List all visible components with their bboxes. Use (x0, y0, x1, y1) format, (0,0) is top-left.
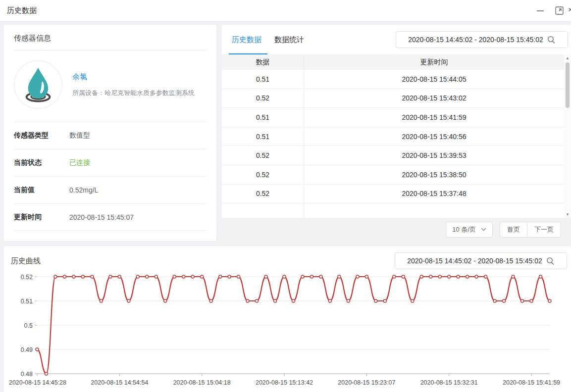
sensor-fields: 传感器类型 数值型 当前状态 已连接 当前值 0.52mg/L 更新时间 202… (14, 122, 207, 231)
cell-update-time: 2020-08-15 15:44:05 (304, 70, 564, 89)
page-size-select[interactable]: 10 条/页 (446, 222, 493, 238)
cell-update-time: 2020-08-15 15:41:59 (304, 108, 564, 127)
history-table: 数据 更新时间 0.512020-08-15 15:44:050.522020-… (222, 54, 564, 218)
cell-data: 0.51 (222, 113, 304, 121)
cell-update-time: 2020-08-15 15:39:53 (304, 146, 564, 165)
date-range-picker[interactable]: 2020-08-15 14:45:02 - 2020-08-15 15:45:0… (396, 31, 568, 48)
next-page-button[interactable]: 下一页 (527, 222, 561, 238)
sensor-header: 余氯 所属设备：哈尼克智能水质多参数监测系统 (14, 60, 207, 109)
curve-date-range-value: 2020-08-15 14:45:02 - 2020-08-15 15:45:0… (407, 257, 542, 265)
history-panel-header: 历史数据 数据统计 2020-08-15 14:45:02 - 2020-08-… (222, 25, 571, 54)
field-current-status: 当前状态 已连接 (14, 149, 207, 176)
sensor-info-panel: 传感器信息 余氯 所属设备：哈尼克智能水质多参数监测系统 传感器类型 数值型 当… (4, 25, 216, 241)
tab-bar: 历史数据 数据统计 (232, 25, 304, 54)
sensor-name-link[interactable]: 余氯 (72, 72, 195, 82)
history-data-panel: 历史数据 数据统计 2020-08-15 14:45:02 - 2020-08-… (222, 25, 571, 241)
field-update-time: 更新时间 2020-08-15 15:45:07 (14, 203, 207, 231)
cell-data: 0.52 (222, 171, 304, 179)
scrollbar-thumb[interactable] (566, 62, 570, 108)
fullscreen-icon[interactable] (554, 5, 564, 15)
sensor-panel-title: 传感器信息 (14, 25, 207, 50)
curve-panel-title: 历史曲线 (11, 256, 41, 266)
field-label: 传感器类型 (14, 131, 69, 140)
svg-text:0.49: 0.49 (21, 346, 33, 353)
cell-data: 0.52 (222, 190, 304, 197)
tab-history-data[interactable]: 历史数据 (232, 25, 261, 54)
svg-text:2020-08-15 15:13:42: 2020-08-15 15:13:42 (256, 379, 313, 386)
tab-data-statistics[interactable]: 数据统计 (274, 25, 304, 54)
table-scrollbar[interactable]: ▲ ▼ (564, 54, 571, 218)
table-body: 0.512020-08-15 15:44:050.522020-08-15 15… (222, 70, 564, 203)
table-row: 0.522020-08-15 15:37:48 (222, 185, 564, 204)
scroll-down-icon[interactable]: ▼ (564, 211, 571, 218)
sensor-head-text: 余氯 所属设备：哈尼克智能水质多参数监测系统 (72, 72, 195, 98)
table-row: 0.522020-08-15 15:38:50 (222, 165, 564, 185)
table-header: 数据 更新时间 (222, 54, 564, 70)
table-row-partial (222, 203, 564, 217)
table-row: 0.512020-08-15 15:41:59 (222, 108, 564, 127)
chevron-down-icon (481, 228, 486, 231)
scroll-up-icon[interactable]: ▲ (564, 54, 571, 61)
svg-text:2020-08-15 15:04:18: 2020-08-15 15:04:18 (173, 379, 231, 386)
cell-data: 0.52 (222, 151, 304, 159)
close-icon[interactable]: × (568, 5, 571, 14)
cell-data: 0.52 (222, 94, 304, 102)
svg-text:0.52: 0.52 (21, 274, 33, 281)
cell-update-time: 2020-08-15 15:38:50 (304, 165, 564, 184)
status-badge: 已连接 (69, 158, 90, 167)
table-row: 0.512020-08-15 15:40:56 (222, 127, 564, 147)
curve-panel-header: 历史曲线 2020-08-15 14:45:02 - 2020-08-15 15… (4, 246, 571, 271)
history-curve-panel: 历史曲线 2020-08-15 14:45:02 - 2020-08-15 15… (4, 246, 571, 392)
field-label: 更新时间 (14, 213, 69, 222)
svg-text:2020-08-15 14:54:54: 2020-08-15 14:54:54 (91, 379, 148, 386)
history-curve-chart: 0.480.490.50.510.522020-08-15 14:45:2820… (4, 271, 571, 392)
cell-update-time: 2020-08-15 15:43:02 (304, 89, 564, 108)
page-title: 历史数据 (7, 6, 37, 15)
svg-text:0.51: 0.51 (21, 298, 33, 305)
sensor-device-label: 所属设备：哈尼克智能水质多参数监测系统 (72, 89, 195, 98)
svg-text:2020-08-15 15:41:59: 2020-08-15 15:41:59 (503, 379, 560, 386)
svg-text:0.5: 0.5 (24, 322, 33, 329)
svg-text:2020-08-15 14:45:28: 2020-08-15 14:45:28 (9, 379, 66, 386)
curve-date-range-picker[interactable]: 2020-08-15 14:45:02 - 2020-08-15 15:45:0… (395, 252, 567, 269)
pagination-bar: 10 条/页 首页 下一页 (222, 218, 571, 241)
table-row: 0.522020-08-15 15:43:02 (222, 89, 564, 108)
cell-data: 0.51 (222, 75, 304, 83)
cell-update-time: 2020-08-15 15:37:48 (304, 185, 564, 203)
window-controls (535, 5, 564, 15)
title-bar: 历史数据 × (0, 0, 571, 21)
cell-update-time: 2020-08-15 15:40:56 (304, 127, 564, 146)
svg-text:2020-08-15 15:32:31: 2020-08-15 15:32:31 (420, 379, 478, 386)
column-header-update-time: 更新时间 (304, 54, 564, 70)
search-icon (546, 257, 555, 265)
svg-text:2020-08-15 15:23:07: 2020-08-15 15:23:07 (338, 379, 395, 386)
field-label: 当前状态 (14, 158, 69, 167)
minimize-icon[interactable] (535, 5, 545, 15)
pagination-buttons: 首页 下一页 (500, 222, 561, 238)
search-icon (547, 36, 556, 44)
field-value: 0.52mg/L (69, 186, 98, 194)
field-label: 当前值 (14, 186, 69, 195)
svg-text:0.48: 0.48 (21, 371, 33, 378)
page-size-value: 10 条/页 (452, 225, 476, 234)
field-value: 2020-08-15 15:45:07 (69, 213, 134, 221)
date-range-value: 2020-08-15 14:45:02 - 2020-08-15 15:45:0… (408, 36, 543, 44)
column-header-data: 数据 (222, 58, 304, 67)
water-drop-icon (14, 60, 62, 109)
field-value: 数值型 (69, 131, 90, 140)
table-row: 0.512020-08-15 15:44:05 (222, 70, 564, 89)
field-current-value: 当前值 0.52mg/L (14, 176, 207, 203)
field-sensor-type: 传感器类型 数值型 (14, 122, 207, 149)
table-row: 0.522020-08-15 15:39:53 (222, 146, 564, 165)
first-page-button[interactable]: 首页 (500, 222, 527, 238)
cell-data: 0.51 (222, 133, 304, 141)
